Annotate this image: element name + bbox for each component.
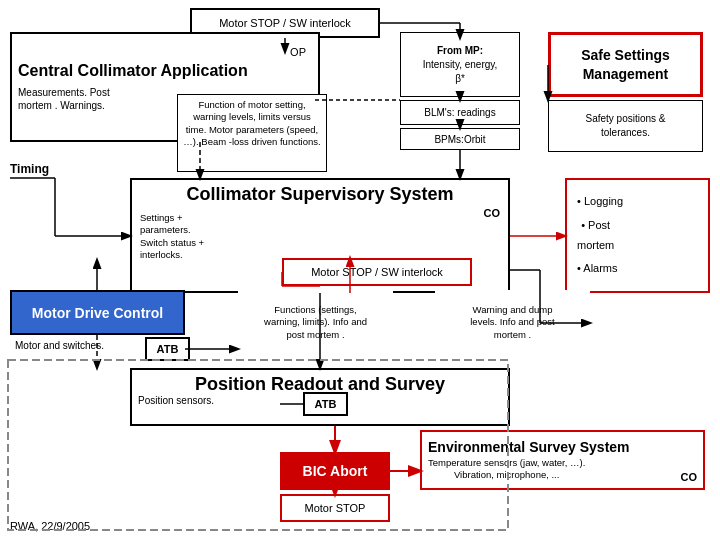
env-survey-box: Environmental Survey System Temperature … [420,430,705,490]
central-collimator-title: Central Collimator Application [18,62,248,80]
blm-readings-box: BLM's: readings [400,100,520,125]
from-mp-line2: β* [455,72,465,86]
safety-positions-box: Safety positions & tolerances. [548,100,703,152]
from-mp-line1: Intensity, energy, [423,58,498,72]
central-collimator-inner-box: Function of motor setting, warning level… [177,94,327,172]
env-survey-subtext: Temperature sensors (jaw, water, …). Vib… [428,457,585,482]
op-label: OP [290,46,306,58]
coll-supervisory-title: Collimator Supervisory System [140,184,500,205]
atb-motor-box: ATB [145,337,190,361]
motor-drive-label: Motor Drive Control [32,305,163,321]
safety-positions-label: Safety positions & tolerances. [585,112,665,140]
diagram: Motor STOP / SW interlock Central Collim… [0,0,720,540]
logging-box: • Logging • Post mortem • Alarms [565,178,710,293]
bpms-orbit-label: BPMs:Orbit [434,134,485,145]
central-collimator-box: Central Collimator Application Measureme… [10,32,320,142]
motor-stop-bottom-box: Motor STOP [280,494,390,522]
timing-label: Timing [10,162,49,176]
position-sensors-text: Position sensors. [138,395,214,406]
env-survey-title: Environmental Survey System [428,439,630,455]
motor-switches-text: Motor and switches. [15,340,104,351]
central-collimator-subtext: Measurements. Post mortem . Warnings. [18,86,110,112]
atb-motor-label: ATB [157,343,179,355]
motor-drive-box: Motor Drive Control [10,290,185,335]
from-mp-title: From MP: [437,44,483,58]
logging-bullet1: • Logging [577,192,623,212]
logging-bullet2: • Post mortem [577,216,614,256]
atb-position-box: ATB [303,392,348,416]
functions-box: Functions (settings, warning, limits). I… [238,290,393,355]
safe-settings-title: Safe Settings Management [581,46,670,82]
atb-position-label: ATB [315,398,337,410]
warning-dump-box: Warning and dump levels. Info and post m… [435,290,590,355]
logging-bullet3: • Alarms [577,259,618,279]
from-mp-box: From MP: Intensity, energy, β* [400,32,520,97]
bic-abort-box: BIC Abort [280,452,390,490]
motor-stop-mid-box: Motor STOP / SW interlock [282,258,472,286]
env-survey-co: CO [681,471,698,483]
rwa-label: RWA, 22/9/2005 [10,520,90,532]
settings-params-text: Settings + parameters. Switch status + i… [138,210,258,285]
coll-supervisory-co: CO [484,207,501,219]
motor-stop-top-label: Motor STOP / SW interlock [219,17,351,29]
bpms-orbit-box: BPMs:Orbit [400,128,520,150]
bic-abort-label: BIC Abort [303,463,368,479]
blm-readings-label: BLM's: readings [424,107,495,118]
motor-stop-mid-label: Motor STOP / SW interlock [311,266,443,278]
safe-settings-box: Safe Settings Management [548,32,703,97]
motor-stop-bottom-label: Motor STOP [305,502,366,514]
